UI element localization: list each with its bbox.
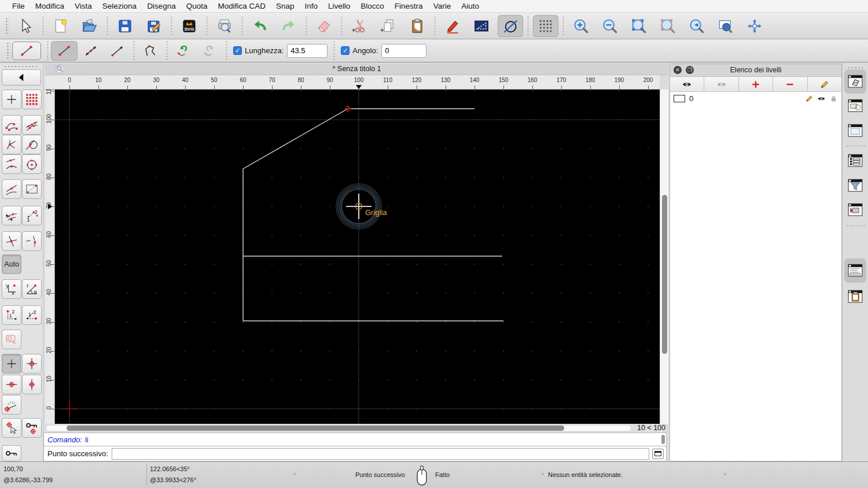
zoom-previous-button[interactable]	[684, 14, 709, 38]
toolbar-drag-handle[interactable]	[6, 42, 10, 60]
set-relative-zero-button[interactable]	[2, 418, 21, 438]
zoom-out-button[interactable]	[597, 14, 623, 38]
snap-on-entity-button[interactable]	[22, 115, 42, 135]
menu-item-snap[interactable]: Snap	[271, 2, 300, 10]
command-history-scrollbar[interactable]	[661, 435, 665, 444]
menu-item-livello[interactable]: Livello	[323, 2, 355, 10]
dock-block-list-button[interactable]	[845, 97, 865, 115]
snap-intersection-manual-button[interactable]: !	[22, 231, 42, 251]
selection-window-button[interactable]	[2, 330, 21, 349]
restrict-orthogonal-button[interactable]	[22, 354, 42, 374]
length-checkbox[interactable]: ✓	[233, 46, 242, 55]
snap-reference-button[interactable]	[22, 179, 42, 199]
cut-button[interactable]	[347, 14, 372, 38]
menu-item-varie[interactable]: Varie	[428, 2, 457, 10]
polyline-button[interactable]	[137, 41, 164, 61]
show-all-layers-button[interactable]	[670, 77, 704, 91]
open-file-button[interactable]	[77, 14, 102, 38]
snap-intersection-button[interactable]	[2, 231, 21, 251]
snap-tangent-button[interactable]	[22, 135, 42, 154]
ray-button[interactable]	[104, 41, 131, 61]
order-points-button[interactable]: 12	[22, 206, 42, 225]
menu-item-aiuto[interactable]: Aiuto	[456, 2, 484, 10]
menu-item-modifica-cad[interactable]: Modifica CAD	[212, 2, 271, 10]
redo-segment-button[interactable]	[197, 41, 223, 61]
dock-drag-handle[interactable]	[847, 66, 865, 69]
print-preview-button[interactable]	[212, 14, 237, 38]
snap-center-button[interactable]	[22, 154, 42, 174]
dock-command-line-button[interactable]	[844, 258, 866, 283]
dock-layer-list-button[interactable]	[844, 69, 866, 94]
angle-checkbox[interactable]: ✓	[341, 46, 350, 55]
restrict-vertical-button[interactable]	[22, 375, 42, 394]
relative-zero-key-button[interactable]	[2, 445, 21, 461]
coords-cartesian-button[interactable]: yx	[2, 279, 21, 299]
paste-button[interactable]	[404, 14, 430, 38]
menu-item-disegna[interactable]: Disegna	[142, 2, 181, 10]
selection-button[interactable]	[469, 14, 494, 38]
snap-endpoint-button[interactable]	[2, 115, 21, 135]
snap-free-button[interactable]	[2, 90, 21, 109]
free-angle-button[interactable]	[2, 395, 21, 415]
menu-item-info[interactable]: Info	[300, 2, 323, 10]
toolbar-drag-handle[interactable]	[5, 17, 9, 35]
snap-distance-button[interactable]	[2, 154, 21, 174]
copy-button[interactable]	[376, 14, 401, 38]
menu-item-blocco[interactable]: Blocco	[355, 2, 389, 10]
dock-fullscreen-button[interactable]	[845, 201, 865, 219]
undo-button[interactable]	[247, 14, 273, 38]
layer-visibility-icon[interactable]	[817, 94, 826, 103]
layer-row[interactable]: 0	[670, 92, 841, 105]
length-input[interactable]	[287, 44, 328, 58]
menu-item-vista[interactable]: Vista	[69, 2, 97, 10]
zoom-auto-button[interactable]	[626, 14, 652, 38]
line-button[interactable]	[51, 41, 78, 61]
drawing-canvas[interactable]: Griglia	[55, 90, 660, 424]
grid-button[interactable]	[533, 15, 558, 37]
remove-layer-button[interactable]	[773, 77, 807, 91]
edit-layer-button[interactable]	[808, 77, 841, 91]
layer-lock-icon[interactable]	[829, 94, 838, 103]
dock-clipboard-button[interactable]	[845, 287, 865, 306]
command-input[interactable]	[112, 448, 649, 460]
eraser-button[interactable]	[311, 14, 337, 38]
command-history[interactable]: Comando: li	[43, 432, 667, 446]
coords-polar-button[interactable]: ra	[22, 279, 42, 299]
dock-filter-button[interactable]	[845, 176, 865, 195]
menu-item-modifica[interactable]: Modifica	[30, 2, 69, 10]
zoom-page-button[interactable]	[713, 14, 738, 38]
menu-item-quota[interactable]: Quota	[181, 2, 213, 10]
dock-library-browser-button[interactable]	[845, 121, 865, 140]
zoom-in-button[interactable]	[568, 14, 594, 38]
horizontal-scrollbar-thumb[interactable]	[67, 426, 564, 431]
zoom-window-button[interactable]	[655, 14, 681, 38]
menu-item-seleziona[interactable]: Seleziona	[97, 2, 142, 10]
snap-auto-button[interactable]: Auto	[2, 254, 21, 274]
restrict-nothing-button[interactable]	[2, 354, 21, 374]
relative-polar-button[interactable]: 12	[22, 305, 42, 325]
snap-grid-button[interactable]	[22, 90, 42, 109]
angle-input[interactable]	[381, 44, 426, 58]
pan-button[interactable]	[742, 14, 767, 38]
menu-item-finestra[interactable]: Finestra	[389, 2, 428, 10]
layer-swatch[interactable]	[674, 95, 685, 102]
svg-export-button[interactable]: SVG	[176, 14, 202, 38]
pointer-button[interactable]	[13, 14, 38, 38]
snap-perpendicular-button[interactable]	[2, 135, 21, 154]
layer-edit-icon[interactable]	[805, 94, 814, 103]
redo-button[interactable]	[276, 14, 301, 38]
line-angle-button[interactable]	[78, 41, 104, 61]
undo-segment-button[interactable]	[170, 41, 197, 61]
keyboard-focus-button[interactable]	[652, 449, 664, 459]
save-as-button[interactable]	[141, 14, 167, 38]
lock-relative-zero-button[interactable]	[22, 418, 42, 438]
horizontal-scrollbar[interactable]: 10 < 100	[43, 424, 667, 432]
restrict-angle-button[interactable]	[2, 206, 21, 225]
palette-drag-handle[interactable]	[3, 65, 39, 68]
menu-item-file[interactable]: File	[7, 2, 30, 10]
restrict-horizontal-button[interactable]	[2, 375, 21, 394]
save-button[interactable]	[112, 14, 138, 38]
add-layer-button[interactable]	[739, 77, 773, 91]
collapse-palette-button[interactable]	[2, 69, 41, 86]
vertical-scrollbar-thumb[interactable]	[662, 195, 667, 354]
